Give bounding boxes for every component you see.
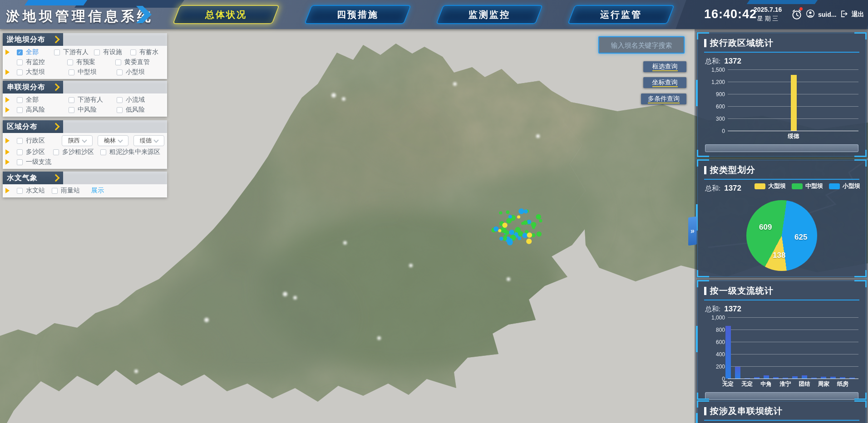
double-chevron-right-icon: » (690, 226, 695, 235)
alarm-clock-icon[interactable] (791, 9, 803, 20)
row-expand-arrow-icon[interactable] (5, 49, 14, 55)
map-query-button-3[interactable]: 多条件查询 (641, 93, 686, 104)
dam-marker[interactable] (493, 226, 498, 231)
bar-5 (764, 375, 769, 379)
panel-admin-region-stats: 按行政区域统计 总和:1372 1,5001,2009006003000 绥德 (697, 33, 866, 157)
checkbox-label: 中风险 (78, 106, 97, 114)
filter-panel-header[interactable]: 串联坝分布 (3, 81, 63, 93)
dam-marker[interactable] (517, 215, 520, 218)
dam-marker[interactable] (498, 229, 501, 232)
checkbox[interactable] (94, 49, 100, 55)
dam-marker[interactable] (539, 219, 542, 222)
checkbox[interactable] (17, 107, 23, 113)
checkbox[interactable] (69, 69, 74, 75)
checkbox[interactable] (17, 149, 23, 155)
dam-marker[interactable] (531, 222, 537, 227)
checkbox[interactable] (67, 59, 73, 65)
filter-panel-header[interactable]: 区域分布 (3, 120, 63, 133)
user-avatar-icon[interactable] (806, 9, 815, 20)
dam-marker[interactable] (526, 239, 532, 244)
logout-icon[interactable] (839, 10, 848, 20)
dropdown-value: 陕西 (68, 137, 80, 145)
checkbox[interactable] (117, 69, 123, 75)
nav-tab-4[interactable]: 运行监管 (567, 5, 675, 24)
checkbox[interactable] (69, 107, 74, 113)
dropdown-value: 绥德 (140, 137, 152, 145)
checkbox[interactable] (17, 159, 23, 165)
filter-option-3: 有设施 (94, 48, 130, 56)
search-input[interactable] (598, 36, 685, 54)
grid-line (728, 366, 858, 367)
region-dropdown[interactable]: 榆林 (98, 135, 128, 146)
x-axis-label: 周家 (818, 380, 829, 388)
show-link[interactable]: 展示 (91, 187, 104, 195)
checkbox[interactable] (69, 97, 74, 103)
legend-item: 大型坝 (755, 182, 786, 190)
checkbox[interactable] (17, 69, 23, 75)
checkbox[interactable] (17, 138, 23, 144)
checkbox[interactable] (100, 149, 106, 155)
row-expand-arrow-icon[interactable] (5, 149, 14, 155)
dam-marker[interactable] (518, 236, 521, 240)
dam-marker[interactable] (504, 234, 507, 237)
panel-title: 按涉及串联坝统计 (704, 405, 859, 421)
row-expand-arrow-icon[interactable] (5, 188, 14, 193)
dam-marker[interactable] (502, 223, 507, 228)
filter-panel-title: 串联坝分布 (7, 83, 45, 92)
dam-marker[interactable] (537, 231, 542, 236)
region-dropdown[interactable]: 绥德 (133, 135, 164, 146)
filter-panel-header[interactable]: 水文气象 (3, 172, 63, 184)
panel-title: 按行政区域统计 (704, 37, 859, 53)
sidebar-collapse-handle[interactable]: » (688, 216, 697, 246)
row-expand-arrow-icon[interactable] (5, 69, 14, 75)
chart-horizontal-scrollbar[interactable] (705, 392, 858, 400)
row-expand-arrow-icon[interactable] (5, 97, 14, 103)
checkbox[interactable] (115, 59, 121, 65)
nav-tab-3[interactable]: 监测监控 (436, 5, 543, 24)
dam-marker[interactable] (518, 208, 524, 214)
checkbox[interactable] (130, 49, 136, 55)
filter-option-2: 下游有人 (69, 96, 117, 104)
filter-row: 大型坝中型坝小型坝 (3, 67, 167, 77)
dam-marker[interactable] (523, 221, 528, 225)
checkbox[interactable] (117, 97, 123, 103)
filter-panel-header[interactable]: 淤地坝分布 (3, 33, 63, 46)
dam-marker[interactable] (508, 215, 512, 219)
row-expand-arrow-icon[interactable] (5, 138, 14, 143)
checkbox[interactable] (17, 97, 23, 103)
dam-marker[interactable] (527, 220, 532, 224)
dam-marker[interactable] (527, 232, 533, 238)
filter-panel-title: 区域分布 (7, 122, 38, 132)
dam-marker[interactable] (536, 215, 541, 220)
checkbox[interactable] (53, 149, 59, 155)
row-expand-arrow-icon[interactable] (5, 159, 14, 165)
panel-corner-accent (854, 400, 867, 408)
dam-marker[interactable] (509, 230, 514, 235)
user-name[interactable]: suid... (818, 11, 836, 18)
checkbox[interactable] (17, 59, 23, 65)
checkbox[interactable] (54, 49, 60, 55)
dam-marker[interactable] (508, 238, 513, 243)
dam-marker[interactable] (523, 233, 528, 238)
checkbox[interactable] (52, 188, 58, 194)
checkbox[interactable] (117, 107, 123, 113)
region-dropdown[interactable]: 陕西 (62, 135, 93, 146)
nav-tab-1[interactable]: 总体状况 (173, 5, 280, 24)
logout-button[interactable]: 退出 (851, 10, 864, 19)
nav-tab-2[interactable]: 四预措施 (304, 5, 411, 24)
chart-horizontal-scrollbar[interactable] (705, 144, 858, 152)
checkbox[interactable]: ✓ (17, 49, 23, 55)
dam-marker[interactable] (506, 218, 512, 224)
dam-marker[interactable] (524, 209, 528, 213)
row-expand-arrow-icon[interactable] (5, 107, 14, 113)
panel-type-division: 按类型划分 总和:1372 大型坝中型坝小型坝 138609625 (697, 160, 866, 277)
dam-marker[interactable] (499, 236, 503, 241)
map-query-button-1[interactable]: 框选查询 (643, 61, 686, 72)
dam-marker[interactable] (506, 210, 510, 214)
dam-marker[interactable] (499, 211, 502, 214)
dam-marker[interactable] (503, 230, 506, 233)
checkbox[interactable] (17, 188, 23, 194)
filter-option-1: 水文站 (17, 187, 52, 195)
grid-line (728, 317, 858, 318)
map-query-button-2[interactable]: 坐标查询 (643, 77, 686, 88)
